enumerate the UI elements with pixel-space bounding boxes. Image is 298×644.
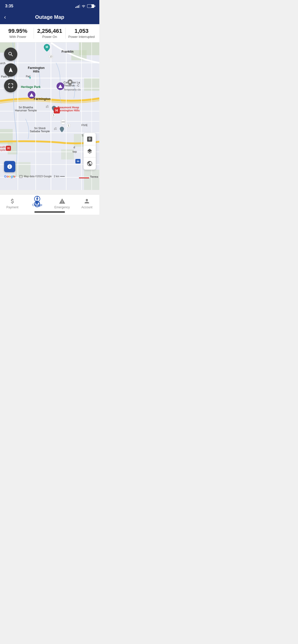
map-container[interactable]: Franklin FarmingtonHills Farmington Heri… — [0, 42, 99, 190]
numbered-control[interactable]: 0 — [84, 133, 96, 145]
map-label-farmington: Farmington — [34, 97, 51, 101]
svg-text:0: 0 — [89, 137, 91, 141]
om-symbol-1: ॐ — [46, 105, 49, 109]
svg-rect-9 — [61, 149, 74, 159]
map-attribution: Map data ©2023 Google 2 km ━━━ — [19, 175, 65, 178]
road-label-96: 96 — [75, 159, 80, 164]
map-label-health: ealthspita — [0, 146, 6, 151]
map-label-beaumont: Beaumont HospFarmington Hills — [58, 106, 80, 112]
stat-power-interrupted-value: 1,053 — [66, 28, 97, 34]
stat-with-power-value: 99.95% — [2, 28, 34, 34]
hospital-marker-small: H — [6, 146, 11, 151]
map-controls-right: 0 — [84, 133, 96, 170]
map-label-d: d — [74, 146, 75, 149]
globe-button[interactable] — [84, 157, 96, 170]
google-logo: Google — [4, 174, 16, 178]
map-label-heritage-park: Heritage Park — [21, 85, 40, 89]
fullscreen-button[interactable] — [4, 79, 17, 92]
nav-item-payment[interactable]: Payment — [0, 198, 25, 209]
back-button[interactable]: ‹ — [4, 14, 6, 21]
map-label-franklin: Franklin — [62, 50, 74, 53]
outage-marker-1 — [57, 82, 64, 90]
nav-item-emergency[interactable]: Emergency — [50, 198, 75, 209]
info-button[interactable] — [4, 161, 15, 172]
om-symbol-2: ॐ — [54, 127, 57, 131]
location-button[interactable] — [4, 63, 17, 77]
temple-pin-2 — [60, 127, 64, 133]
map-terms[interactable]: Terms — [90, 175, 98, 178]
nav-label-emergency: Emergency — [54, 206, 70, 209]
nav-label-outage: Outage — [32, 203, 42, 207]
map-label-farmington-hills: FarmingtonHills — [28, 66, 45, 73]
map-label-temporarily-closed: Temporarily clo — [64, 88, 81, 91]
signal-icon — [75, 4, 80, 8]
stat-power-on: 2,256,461 Power On — [34, 28, 65, 39]
stat-power-interrupted: 1,053 Power Interrupted — [65, 28, 97, 39]
nav-item-account[interactable]: Account — [75, 198, 100, 209]
teal-marker: M — [44, 44, 50, 53]
road-label-102: 102 — [61, 119, 66, 124]
home-indicator — [34, 211, 65, 213]
map-label-hanuman-temple: Sri BhakthaHanuman Temple — [15, 106, 37, 112]
stat-with-power: 99.95% With Power — [2, 28, 34, 39]
status-bar: 3:35 60 — [0, 0, 99, 11]
nav-label-payment: Payment — [6, 206, 18, 209]
nav-label-account: Account — [82, 206, 92, 209]
battery-icon: 60 — [87, 4, 94, 8]
map-label-five: FIVE — [82, 124, 88, 127]
gray-location-marker — [67, 79, 73, 87]
heritage-park-marker — [28, 75, 32, 81]
page-title: Outage Map — [35, 14, 64, 20]
status-icons: 60 — [75, 4, 94, 8]
wifi-icon — [82, 4, 86, 8]
stat-power-on-label: Power On — [34, 35, 65, 39]
map-label-twp: twp — [73, 150, 77, 153]
search-button[interactable] — [4, 48, 17, 61]
nav-item-outage[interactable]: Outage — [25, 200, 50, 207]
stat-power-on-value: 2,256,461 — [34, 28, 65, 34]
svg-rect-32 — [19, 175, 22, 178]
stat-power-interrupted-label: Power Interrupted — [66, 35, 97, 39]
stat-with-power-label: With Power — [2, 35, 34, 39]
layers-button[interactable] — [84, 145, 96, 157]
hospital-marker: H — [54, 107, 60, 113]
map-controls-left — [4, 48, 17, 92]
status-time: 3:35 — [5, 4, 13, 8]
stats-bar: 99.95% With Power 2,256,461 Power On 1,0… — [0, 24, 99, 42]
svg-text:M: M — [46, 45, 48, 49]
header: ‹ Outage Map — [0, 11, 99, 24]
map-label-saibaba-temple: Sri ShirdiSaibaba Temple — [30, 127, 50, 133]
scale-bar — [79, 178, 89, 178]
